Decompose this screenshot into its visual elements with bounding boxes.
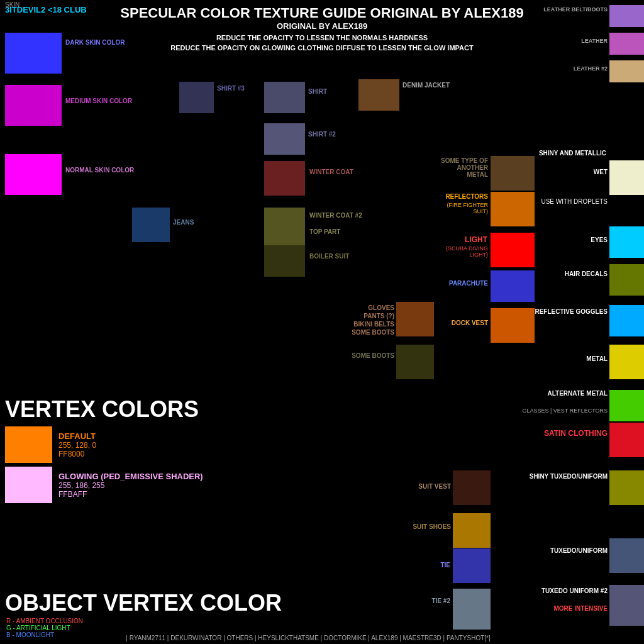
boiler-suit-swatch bbox=[264, 245, 305, 277]
leather2-swatch bbox=[609, 60, 644, 82]
metal-swatch bbox=[609, 345, 644, 379]
shirt2-label: SHIRT #2 bbox=[308, 131, 336, 138]
footer-credits: | RYANM2711 | DEKURWINATOR | OTHERS | HE… bbox=[88, 635, 528, 641]
suit-shoes-label: SUIT SHOES bbox=[406, 523, 451, 530]
glowing-vertex-name: GLOWING (PED_EMISSIVE SHADER) bbox=[58, 472, 203, 481]
suit-vest-swatch bbox=[453, 470, 491, 505]
suit-vest-label: SUIT VEST bbox=[406, 483, 451, 490]
gloves-swatch bbox=[396, 302, 434, 336]
default-vertex-hex: FF8000 bbox=[58, 450, 96, 458]
legend-r: R - AMBIENT OCCLUSION bbox=[6, 618, 314, 625]
tuxedo2-swatch bbox=[609, 585, 644, 626]
header-subtitle: ORIGINAL BY ALEX189 bbox=[0, 21, 644, 31]
winter-coat2-label: WINTER COAT #2 bbox=[309, 212, 362, 219]
leather-belt-swatch bbox=[609, 5, 644, 27]
wet-swatch bbox=[609, 160, 644, 195]
tie2-label: TIE #2 bbox=[423, 597, 450, 604]
tie-label: TIE bbox=[426, 562, 450, 569]
brand: 3ITDEVIL2 <18 CLUB bbox=[5, 5, 87, 14]
shiny-section-label: SHINY AND METALLIC bbox=[539, 150, 606, 157]
parachute-label: PARACHUTE bbox=[443, 280, 488, 287]
glowing-vertex-swatch bbox=[5, 467, 52, 503]
reflectors-label: REFLECTORS bbox=[440, 193, 488, 201]
default-vertex-swatch bbox=[5, 426, 52, 463]
satin-swatch bbox=[609, 423, 644, 457]
tuxedo2-sub: MORE INTENSIVE bbox=[553, 605, 608, 612]
medium-skin-label: MEDIUM SKIN COLOR bbox=[65, 97, 132, 104]
metal-label: METAL bbox=[586, 355, 608, 362]
eyes-label: EYES bbox=[591, 236, 608, 243]
winter-coat-label: WINTER COAT bbox=[309, 169, 353, 175]
dark-skin-label: DARK SKIN COLOR bbox=[65, 39, 125, 46]
vertex-title: VERTEX COLORS bbox=[5, 396, 314, 423]
medium-skin-swatch bbox=[5, 85, 62, 126]
object-title: OBJECT VERTEX COLOR bbox=[5, 590, 314, 616]
shirt-label: SHIRT bbox=[308, 88, 327, 95]
goggles-label: REFLECTIVE GOGGLES bbox=[535, 308, 608, 315]
eyes-swatch bbox=[609, 226, 644, 258]
goggles-swatch bbox=[609, 305, 644, 336]
suit-shoes-swatch bbox=[453, 513, 491, 548]
other-metal-swatch bbox=[491, 156, 535, 191]
default-vertex-rgb: 255, 128, 0 bbox=[58, 441, 96, 450]
shirt3-swatch bbox=[179, 82, 214, 113]
jeans-swatch bbox=[132, 208, 170, 242]
top-part-label: TOP PART bbox=[309, 228, 340, 235]
tuxedo-swatch bbox=[609, 538, 644, 573]
alt-metal-label: ALTERNATE METAL bbox=[547, 390, 608, 397]
glowing-vertex-rgb: 255, 186, 255 bbox=[58, 481, 203, 490]
satin-label: SATIN CLOTHING bbox=[544, 429, 608, 438]
reflectors-sub: (FIRE FIGHTER SUIT) bbox=[440, 202, 488, 214]
tuxedo2-label: TUXEDO UNIFORM #2 bbox=[541, 587, 608, 595]
other-metal-label: SOME TYPE OF ANOTHER METAL bbox=[440, 157, 488, 178]
winter-coat-swatch bbox=[264, 161, 305, 196]
hair-decals-swatch bbox=[609, 264, 644, 296]
shirt-swatch bbox=[264, 82, 305, 113]
leather-swatch bbox=[609, 33, 644, 55]
denim-label: DENIM JACKET bbox=[402, 82, 450, 89]
tie-swatch bbox=[453, 548, 491, 583]
alt-metal-sub: GLASSES | VEST REFLECTORS bbox=[522, 408, 608, 414]
gloves-label: GLOVES PANTS (?) BIKINI BELTS SOME BOOTS bbox=[349, 304, 394, 336]
jeans-label: JEANS bbox=[173, 219, 194, 226]
glowing-vertex-hex: FFBAFF bbox=[58, 490, 203, 499]
denim-swatch bbox=[358, 79, 399, 111]
default-vertex-name: DEFAULT bbox=[58, 431, 96, 441]
legend-g: G - ARTIFICIAL LIGHT bbox=[6, 625, 314, 631]
dock-vest-label: DOCK VEST bbox=[443, 319, 488, 326]
object-vertex-section: OBJECT VERTEX COLOR R - AMBIENT OCCLUSIO… bbox=[0, 590, 314, 638]
light-swatch bbox=[491, 233, 535, 267]
shirt2-swatch bbox=[264, 123, 305, 155]
wet-droplets-sub: USE WITH DROPLETS bbox=[541, 198, 608, 205]
light-label: LIGHT bbox=[443, 235, 487, 244]
boots-swatch bbox=[396, 345, 434, 379]
reflectors-swatch bbox=[491, 192, 535, 226]
normal-skin-label: NORMAL SKIN COLOR bbox=[65, 167, 134, 174]
parachute-swatch bbox=[491, 270, 535, 302]
leather-belt-label: LEATHER BELT/BOOTS bbox=[543, 6, 608, 13]
page: SKIN 3ITDEVIL2 <18 CLUB SPECULAR COLOR T… bbox=[0, 0, 644, 644]
leather-label: LEATHER bbox=[581, 38, 608, 44]
tie2-swatch bbox=[453, 589, 491, 630]
hair-decals-label: HAIR DECALS bbox=[565, 270, 608, 277]
boiler-suit-label: BOILER SUIT bbox=[309, 253, 349, 260]
leather2-label: LEATHER #2 bbox=[574, 65, 608, 72]
shiny-tuxedo-label: SHINY TUXEDO/UNIFORM bbox=[530, 473, 608, 480]
shirt3-label: SHIRT #3 bbox=[217, 85, 245, 92]
dock-vest-swatch bbox=[491, 308, 535, 343]
wet-label: WET bbox=[594, 169, 608, 175]
tuxedo-label: TUXEDO/UNIFORM bbox=[550, 547, 608, 554]
shiny-tuxedo-swatch bbox=[609, 470, 644, 505]
light-sub: (SCUBA DIVING LIGHT) bbox=[440, 245, 488, 258]
dark-skin-swatch bbox=[5, 33, 62, 74]
normal-skin-swatch bbox=[5, 154, 62, 195]
vertex-colors-section: VERTEX COLORS DEFAULT 255, 128, 0 FF8000… bbox=[0, 396, 314, 507]
boots-label: SOME BOOTS bbox=[349, 352, 394, 359]
alt-metal-swatch bbox=[609, 390, 644, 421]
